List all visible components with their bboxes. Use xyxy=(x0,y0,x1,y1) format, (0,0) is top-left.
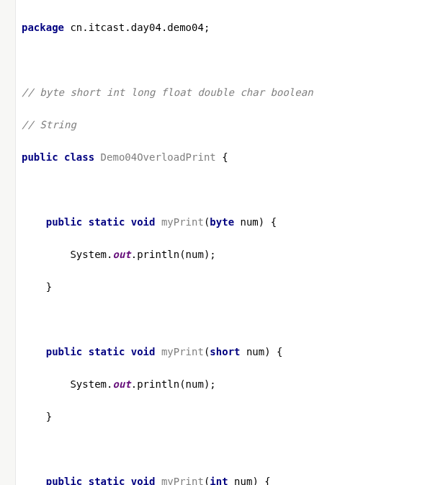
close-brace: } xyxy=(46,411,52,422)
code-line[interactable]: // byte short int long float double char… xyxy=(22,84,448,101)
code-line[interactable]: } xyxy=(22,279,448,295)
keyword-static: static xyxy=(89,346,125,357)
class-name: Demo04OverloadPrint xyxy=(94,151,222,163)
comment-text: // byte short int long float double char… xyxy=(22,86,313,98)
keyword-class: class xyxy=(64,151,94,163)
open-brace: { xyxy=(222,151,228,163)
param-name: num xyxy=(241,346,265,357)
code-line-empty[interactable] xyxy=(22,441,448,458)
method-name: myPrint xyxy=(161,476,204,486)
keyword-void: void xyxy=(131,216,156,228)
code-line[interactable]: } xyxy=(22,409,448,425)
keyword-short: short xyxy=(210,346,240,357)
code-line-empty[interactable] xyxy=(22,182,448,198)
code-line-empty[interactable] xyxy=(22,311,448,328)
code-line[interactable]: package cn.itcast.day04.demo04; xyxy=(22,19,448,36)
close-brace: } xyxy=(46,281,52,293)
keyword-package: package xyxy=(22,22,64,33)
println-call: .println(num); xyxy=(131,249,216,260)
code-line[interactable]: public static void myPrint(short num) { xyxy=(22,344,448,360)
keyword-public: public xyxy=(46,476,83,486)
editor-gutter xyxy=(0,0,16,485)
keyword-static: static xyxy=(89,216,125,228)
code-line[interactable]: // String xyxy=(22,117,448,133)
out-field: out xyxy=(112,249,130,260)
code-line[interactable]: public static void myPrint(byte num) { xyxy=(22,214,448,231)
keyword-int: int xyxy=(210,476,228,486)
code-line[interactable]: public static void myPrint(int num) { xyxy=(22,473,448,486)
keyword-public: public xyxy=(22,151,58,163)
keyword-void: void xyxy=(131,346,156,357)
println-call: .println(num); xyxy=(131,378,216,390)
comment-text: // String xyxy=(22,119,76,130)
package-path: cn.itcast.day04.demo04; xyxy=(64,22,210,33)
method-name: myPrint xyxy=(161,216,204,228)
system-call: System. xyxy=(70,249,112,260)
out-field: out xyxy=(112,378,130,390)
param-name: num xyxy=(234,216,259,228)
keyword-byte: byte xyxy=(210,216,234,228)
param-name: num xyxy=(228,476,253,486)
code-line-empty[interactable] xyxy=(22,52,448,68)
code-line[interactable]: public class Demo04OverloadPrint { xyxy=(22,149,448,166)
system-call: System. xyxy=(70,378,112,390)
keyword-void: void xyxy=(131,476,156,486)
method-name: myPrint xyxy=(161,346,204,357)
code-editor[interactable]: package cn.itcast.day04.demo04; // byte … xyxy=(16,0,448,485)
keyword-public: public xyxy=(46,216,83,228)
keyword-public: public xyxy=(46,346,83,357)
code-line[interactable]: System.out.println(num); xyxy=(22,376,448,393)
code-line[interactable]: System.out.println(num); xyxy=(22,246,448,263)
keyword-static: static xyxy=(89,476,125,486)
